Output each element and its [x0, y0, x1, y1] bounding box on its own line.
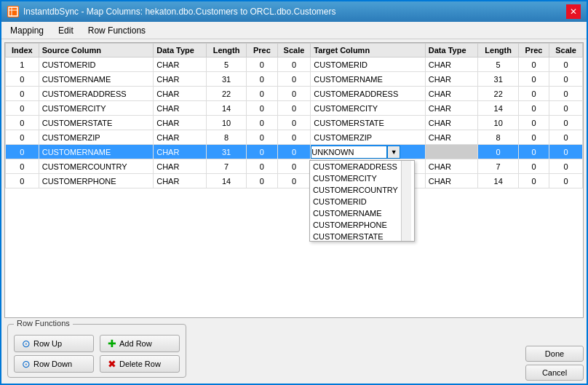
table-cell: 0: [247, 57, 277, 72]
th-length: Length: [206, 44, 246, 57]
table-cell: 0: [247, 87, 277, 101]
table-cell: 0: [247, 101, 277, 116]
table-cell: 0: [277, 116, 311, 130]
table-cell: CUSTOMERZIP: [39, 130, 153, 145]
dropdown-option[interactable]: CUSTOMERID: [310, 196, 401, 207]
table-row: 0CUSTOMERNAMECHAR3100CUSTOMERNAMECHAR310…: [6, 72, 583, 87]
close-button[interactable]: ✕: [566, 4, 581, 19]
table-cell: CHAR: [154, 87, 207, 101]
table-cell: 0: [277, 57, 311, 72]
table-cell: 0: [277, 87, 311, 101]
table-cell: 5: [478, 57, 518, 72]
done-button[interactable]: Done: [525, 346, 584, 362]
dropdown-scrollbar[interactable]: [401, 161, 411, 241]
app-icon: [7, 6, 19, 17]
table-cell: 0: [518, 116, 549, 130]
table-cell: 0: [549, 87, 583, 101]
dropdown-option[interactable]: CUSTOMERNAME: [310, 207, 401, 219]
table-cell: CHAR: [154, 174, 207, 188]
target-dtype-cell: CHAR: [425, 87, 478, 101]
target-cell[interactable]: ▼: [311, 145, 425, 159]
table-cell: 0: [549, 159, 583, 174]
table-row: 0CUSTOMERNAMECHAR3100▼000: [6, 145, 583, 159]
main-window: InstantdbSync - Map Columns: hekaton.dbo…: [0, 0, 588, 385]
table-cell: 0: [277, 72, 311, 87]
table-cell: 7: [478, 159, 518, 174]
th-tlength: Length: [478, 44, 518, 57]
target-cell: CUSTOMERADDRESS: [311, 87, 425, 101]
row-up-button[interactable]: ⊙ Row Up: [14, 335, 94, 352]
th-tscale: Scale: [549, 44, 583, 57]
table-cell: 0: [247, 145, 277, 159]
table-row: 0CUSTOMERSTATECHAR1000CUSTOMERSTATECHAR1…: [6, 116, 583, 130]
dropdown-option[interactable]: CUSTOMERCITY: [310, 172, 401, 184]
table-cell: CHAR: [154, 145, 207, 159]
table-cell: 0: [6, 159, 39, 174]
table-cell: 31: [206, 145, 246, 159]
table-cell: 0: [6, 130, 39, 145]
table-cell: 0: [6, 116, 39, 130]
table-cell: CUSTOMERNAME: [39, 72, 153, 87]
table-cell: CHAR: [154, 101, 207, 116]
table-cell: 0: [518, 130, 549, 145]
table-cell: CHAR: [154, 159, 207, 174]
table-cell: 0: [549, 174, 583, 188]
table-cell: 0: [549, 57, 583, 72]
table-cell: 0: [6, 72, 39, 87]
table-cell: 0: [247, 116, 277, 130]
row-functions-label: Row Functions: [14, 319, 73, 328]
table-cell: 0: [277, 174, 311, 188]
target-dtype-cell: CHAR: [425, 116, 478, 130]
menu-bar: Mapping Edit Row Functions: [1, 22, 587, 39]
table-cell: 8: [206, 130, 246, 145]
row-down-button[interactable]: ⊙ Row Down: [14, 355, 94, 373]
table-cell: CHAR: [154, 72, 207, 87]
mapping-table: Index Source Column Data Type Length Pre…: [5, 43, 583, 188]
menu-mapping[interactable]: Mapping: [4, 24, 49, 37]
table-cell: 0: [277, 130, 311, 145]
target-cell: CUSTOMERCITY: [311, 101, 425, 116]
dropdown-option[interactable]: CUSTOMERPHONE: [310, 219, 401, 231]
table-cell: 7: [206, 159, 246, 174]
menu-row-functions[interactable]: Row Functions: [82, 24, 151, 37]
th-scale: Scale: [277, 44, 311, 57]
target-dtype-cell: CHAR: [425, 72, 478, 87]
row-up-icon: ⊙: [22, 338, 31, 349]
table-row: 1CUSTOMERIDCHAR500CUSTOMERIDCHAR500: [6, 57, 583, 72]
table-cell: 0: [549, 130, 583, 145]
menu-edit[interactable]: Edit: [52, 24, 79, 37]
table-row: 0CUSTOMERPHONECHAR1400CHAR1400: [6, 174, 583, 188]
target-dtype-cell: CHAR: [425, 57, 478, 72]
table-cell: 14: [206, 101, 246, 116]
table-cell: CHAR: [154, 130, 207, 145]
table-cell: CHAR: [154, 116, 207, 130]
table-cell: CUSTOMERCITY: [39, 101, 153, 116]
th-dtype: Data Type: [154, 44, 207, 57]
table-cell: 0: [6, 101, 39, 116]
dropdown-option[interactable]: CUSTOMERADDRESS: [310, 161, 401, 172]
table-cell: 0: [549, 72, 583, 87]
row-functions-box: Row Functions ⊙ Row Up ✚ Add Row ⊙ Row: [7, 324, 186, 378]
table-cell: CUSTOMERNAME: [39, 145, 153, 159]
table-cell: 31: [206, 72, 246, 87]
table-cell: CUSTOMERCOUNTRY: [39, 159, 153, 174]
content-area: Index Source Column Data Type Length Pre…: [1, 39, 587, 321]
table-cell: CUSTOMERPHONE: [39, 174, 153, 188]
target-cell: CUSTOMERZIP: [311, 130, 425, 145]
dropdown-option[interactable]: CUSTOMERSTATE: [310, 231, 401, 241]
delete-row-button[interactable]: ✖ Delete Row: [100, 355, 180, 373]
add-row-button[interactable]: ✚ Add Row: [100, 335, 180, 352]
target-dtype-cell: CHAR: [425, 174, 478, 188]
th-source: Source Column: [39, 44, 153, 57]
dropdown-option[interactable]: CUSTOMERCOUNTRY: [310, 184, 401, 196]
cancel-button[interactable]: Cancel: [525, 365, 584, 381]
th-tprec: Prec: [518, 44, 549, 57]
table-cell: 0: [549, 116, 583, 130]
table-cell: 14: [206, 174, 246, 188]
table-cell: 22: [206, 87, 246, 101]
svg-rect-0: [9, 7, 17, 16]
target-input[interactable]: [311, 146, 387, 159]
target-cell: CUSTOMERNAME: [311, 72, 425, 87]
target-dropdown-arrow[interactable]: ▼: [387, 146, 400, 159]
table-row: 0CUSTOMERZIPCHAR800CUSTOMERZIPCHAR800: [6, 130, 583, 145]
